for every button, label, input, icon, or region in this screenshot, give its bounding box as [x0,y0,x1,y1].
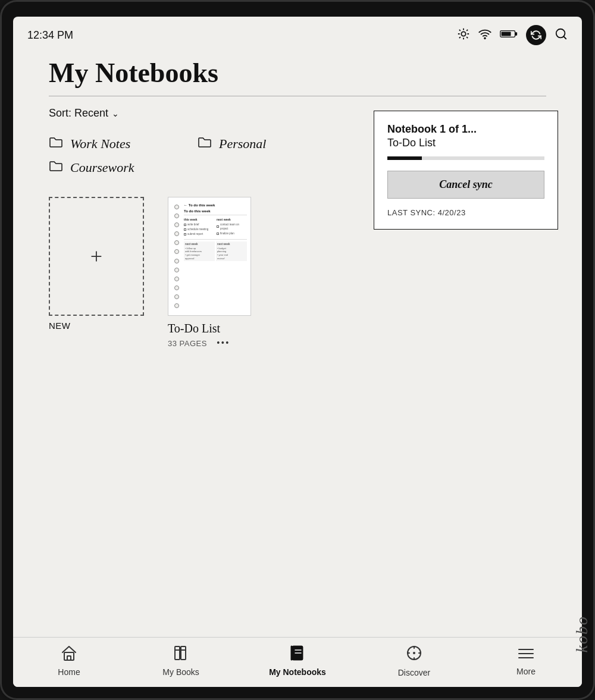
notebook-item-todo: ← To do this week To do this week this w… [168,197,251,349]
folder-icon [49,136,63,152]
sync-button[interactable] [526,25,546,45]
folder-icon [198,136,212,152]
svg-point-9 [484,37,486,39]
more-icon [518,646,534,664]
nav-item-discover[interactable]: Discover [390,645,438,677]
sync-popup: Notebook 1 of 1... To-Do List Cancel syn… [374,111,558,230]
main-content: My Notebooks Sort: Recent ⌄ Work Not [13,51,582,637]
sync-progress-bar [387,156,544,160]
svg-rect-12 [515,32,518,35]
search-icon[interactable] [555,27,568,43]
screen: 12:34 PM [13,17,582,687]
my-books-icon [173,645,189,665]
battery-icon [500,29,518,42]
sort-selector[interactable]: Sort: Recent ⌄ [49,107,119,120]
new-notebook-button[interactable]: + [49,197,144,316]
svg-rect-16 [67,656,71,660]
svg-line-7 [459,37,461,38]
device-frame: 12:34 PM [0,0,595,700]
sort-chevron-icon: ⌄ [112,109,119,118]
sync-popup-title: Notebook 1 of 1... [387,123,544,136]
svg-rect-18 [181,646,186,660]
sync-last-label: LAST SYNC: 4/20/23 [387,208,544,217]
status-time: 12:34 PM [27,29,73,42]
nav-item-more[interactable]: More [502,646,550,676]
nav-label-more: More [516,667,536,676]
notebook-preview-content: ← To do this week To do this week this w… [181,197,250,265]
folder-item-work-notes[interactable]: Work Notes [49,136,198,152]
folders-grid: Work Notes Personal [49,136,346,175]
bottom-nav: Home My Books [13,637,582,687]
nav-item-home[interactable]: Home [45,645,93,677]
nav-label-my-notebooks: My Notebooks [269,667,326,677]
notebook-name-todo: To-Do List [168,322,220,335]
folder-item-coursework[interactable]: Coursework [49,160,198,175]
status-bar: 12:34 PM [13,17,582,51]
svg-point-27 [414,652,415,654]
nav-label-home: Home [58,667,80,677]
brightness-icon [457,27,470,43]
svg-line-4 [466,37,468,38]
wifi-icon [478,27,491,43]
folder-name-personal: Personal [219,136,266,152]
notebook-meta-todo: 33 PAGES ••• [168,338,230,349]
svg-line-14 [563,36,566,39]
svg-rect-11 [502,32,511,36]
page-title: My Notebooks [49,57,546,89]
notebook-pages-todo: 33 PAGES [168,339,207,348]
nav-item-my-notebooks[interactable]: My Notebooks [269,645,326,677]
sync-progress-fill [387,156,422,160]
my-notebooks-icon [289,645,306,665]
sync-popup-subtitle: To-Do List [387,137,544,149]
plus-icon: + [90,244,102,269]
new-notebook-label: NEW [49,321,71,331]
notebook-thumbnail-todo[interactable]: ← To do this week To do this week this w… [168,197,251,316]
status-icons [457,25,568,45]
nav-item-my-books[interactable]: My Books [157,645,205,677]
folder-icon [49,160,63,175]
title-divider [49,96,546,96]
nav-label-discover: Discover [398,668,430,677]
home-icon [61,645,77,665]
svg-line-3 [459,29,461,30]
notebook-more-button-todo[interactable]: ••• [217,338,230,349]
svg-point-0 [461,32,465,36]
spiral-binding [174,197,179,315]
discover-icon [406,645,422,666]
folder-name-coursework: Coursework [70,160,134,175]
svg-line-8 [466,29,468,30]
svg-rect-17 [175,646,180,660]
folder-item-personal[interactable]: Personal [198,136,346,152]
folder-name-work-notes: Work Notes [70,136,130,152]
new-notebook-item: + NEW [49,197,144,331]
nav-label-my-books: My Books [162,667,199,677]
cancel-sync-button[interactable]: Cancel sync [387,171,544,199]
kobo-brand: kobo [572,616,591,652]
